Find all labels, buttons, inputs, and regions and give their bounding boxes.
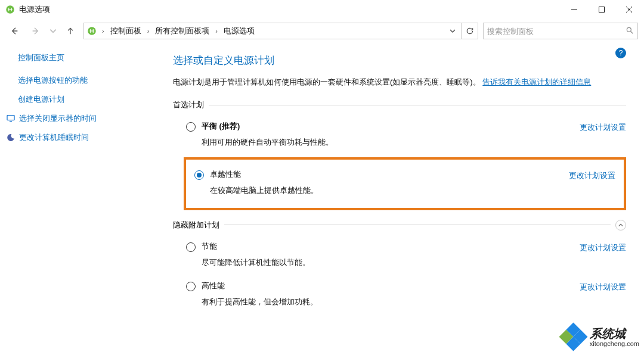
maximize-button[interactable] <box>588 0 615 19</box>
plan-title[interactable]: 卓越性能 <box>210 169 241 180</box>
search-icon[interactable] <box>626 26 634 36</box>
plan-radio-powersaver[interactable] <box>186 242 196 252</box>
watermark: 系统城 xitongcheng.com <box>562 326 639 348</box>
monitor-icon <box>6 114 16 123</box>
search-input[interactable] <box>487 27 622 36</box>
plan-title[interactable]: 平衡 (推荐) <box>202 121 240 132</box>
chevron-right-icon[interactable]: › <box>101 27 106 35</box>
divider <box>209 105 626 105</box>
plan-row-ultimate: 卓越性能 更改计划设置 <box>194 166 615 181</box>
help-button[interactable]: ? <box>615 48 626 58</box>
titlebar: 电源选项 <box>0 0 644 19</box>
plan-desc: 有利于提高性能，但会增加功耗。 <box>202 296 626 309</box>
chevron-right-icon[interactable]: › <box>214 27 219 35</box>
plan-desc: 尽可能降低计算机性能以节能。 <box>202 257 626 269</box>
minimize-button[interactable] <box>561 0 588 19</box>
section-label: 隐藏附加计划 <box>173 220 219 230</box>
desc-text: 电源计划是用于管理计算机如何使用电源的一套硬件和系统设置(如显示器亮度、睡眠等)… <box>173 77 481 86</box>
svg-point-6 <box>627 27 631 32</box>
plan-row-balanced: 平衡 (推荐) 更改计划设置 <box>186 117 626 133</box>
plan-row-highperf: 高性能 更改计划设置 <box>186 277 626 292</box>
breadcrumb-seg-3[interactable]: 电源选项 <box>222 26 256 36</box>
sidebar-link-create-plan[interactable]: 创建电源计划 <box>18 94 143 105</box>
sidebar-item-label: 选择关闭显示器的时间 <box>19 113 97 124</box>
sidebar: 控制面板主页 选择电源按钮的功能 创建电源计划 选择关闭显示器的时间 更改计算机… <box>0 43 149 352</box>
back-button[interactable] <box>6 23 23 39</box>
close-button[interactable] <box>615 0 643 19</box>
plan-radio-ultimate[interactable] <box>194 170 204 180</box>
plan-desc: 在较高端电脑上提供卓越性能。 <box>210 185 615 197</box>
moon-icon <box>6 133 16 142</box>
plan-title[interactable]: 节能 <box>202 241 217 252</box>
watermark-logo-icon <box>562 326 585 348</box>
address-icon <box>86 26 97 36</box>
page-heading: 选择或自定义电源计划 <box>173 54 626 67</box>
change-plan-settings-link[interactable]: 更改计划设置 <box>580 122 626 133</box>
divider <box>224 225 611 225</box>
highlighted-plan-box: 卓越性能 更改计划设置 在较高端电脑上提供卓越性能。 <box>184 157 626 210</box>
up-button[interactable] <box>62 23 79 39</box>
content-area: ? 选择或自定义电源计划 电源计划是用于管理计算机如何使用电源的一套硬件和系统设… <box>149 43 644 352</box>
svg-line-7 <box>631 31 633 33</box>
recent-dropdown[interactable] <box>49 23 57 39</box>
plan-radio-balanced[interactable] <box>186 122 196 132</box>
sidebar-home-link[interactable]: 控制面板主页 <box>18 52 143 63</box>
refresh-button[interactable] <box>462 23 478 39</box>
watermark-url: xitongcheng.com <box>590 340 639 347</box>
collapse-button[interactable] <box>615 220 626 230</box>
sidebar-link-display-off[interactable]: 选择关闭显示器的时间 <box>6 113 143 124</box>
breadcrumb-seg-1[interactable]: 控制面板 <box>109 26 143 36</box>
change-plan-settings-link[interactable]: 更改计划设置 <box>580 242 626 253</box>
address-dropdown-icon[interactable] <box>447 27 459 35</box>
preferred-plans-header: 首选计划 <box>173 99 626 110</box>
plan-title[interactable]: 高性能 <box>202 281 225 291</box>
breadcrumb-seg-2[interactable]: 所有控制面板项 <box>154 26 210 36</box>
watermark-brand: 系统城 <box>590 327 639 340</box>
hidden-plans-header: 隐藏附加计划 <box>173 220 626 230</box>
forward-button[interactable] <box>27 23 44 39</box>
sidebar-link-power-button[interactable]: 选择电源按钮的功能 <box>18 75 143 86</box>
address-bar[interactable]: › 控制面板 › 所有控制面板项 › 电源选项 <box>83 23 462 39</box>
search-box[interactable] <box>483 23 638 39</box>
navbar: › 控制面板 › 所有控制面板项 › 电源选项 <box>0 19 644 43</box>
window-title: 电源选项 <box>19 4 50 15</box>
sidebar-item-label: 更改计算机睡眠时间 <box>19 132 89 143</box>
app-icon <box>5 4 16 15</box>
svg-rect-8 <box>7 116 14 120</box>
chevron-right-icon[interactable]: › <box>146 27 151 35</box>
desc-link[interactable]: 告诉我有关电源计划的详细信息 <box>482 77 591 86</box>
change-plan-settings-link[interactable]: 更改计划设置 <box>580 282 626 292</box>
change-plan-settings-link[interactable]: 更改计划设置 <box>569 170 615 181</box>
svg-rect-2 <box>599 7 605 13</box>
section-label: 首选计划 <box>173 99 204 110</box>
sidebar-link-sleep-time[interactable]: 更改计算机睡眠时间 <box>6 132 143 143</box>
plan-radio-highperf[interactable] <box>186 282 196 291</box>
plan-desc: 利用可用的硬件自动平衡功耗与性能。 <box>202 136 626 149</box>
plan-row-powersaver: 节能 更改计划设置 <box>186 238 626 253</box>
page-description: 电源计划是用于管理计算机如何使用电源的一套硬件和系统设置(如显示器亮度、睡眠等)… <box>173 76 626 89</box>
